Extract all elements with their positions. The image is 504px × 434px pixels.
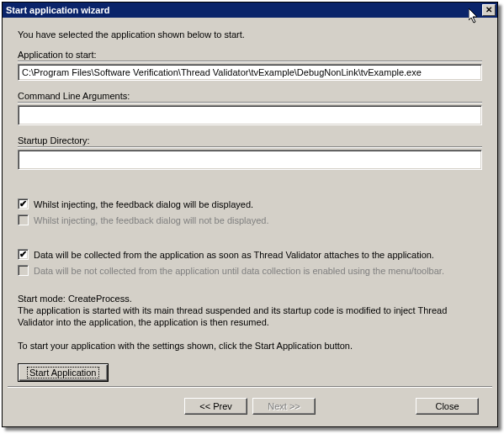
collect-deferred-row: Data will be not collected from the appl… <box>18 265 482 276</box>
content-area: You have selected the application shown … <box>3 18 497 392</box>
feedback-shown-label: Whilst injecting, the feedback dialog wi… <box>34 199 253 209</box>
nav-separator <box>8 386 492 388</box>
feedback-shown-checkbox[interactable]: ✔ <box>18 198 29 209</box>
check-icon: ✔ <box>19 250 27 259</box>
window-close-button[interactable]: ✕ <box>482 4 496 16</box>
startup-dir-input[interactable] <box>18 150 482 170</box>
collect-deferred-label: Data will be not collected from the appl… <box>34 266 444 276</box>
feedback-hidden-row: Whilst injecting, the feedback dialog wi… <box>18 214 482 225</box>
application-label: Application to start: <box>18 50 482 60</box>
intro-text: You have selected the application shown … <box>18 29 482 40</box>
close-icon: ✕ <box>485 6 492 14</box>
separator <box>18 146 482 148</box>
application-path-input[interactable] <box>18 64 482 81</box>
start-mode-text: Start mode: CreateProcess. The applicati… <box>18 293 482 328</box>
feedback-shown-row: ✔ Whilst injecting, the feedback dialog … <box>18 198 482 209</box>
close-button[interactable]: Close <box>416 398 479 415</box>
start-mode-line2: The application is started with its main… <box>18 305 447 327</box>
cmdline-input[interactable] <box>18 105 482 125</box>
separator <box>18 102 482 103</box>
separator <box>18 61 482 62</box>
wizard-window: Start application wizard ✕ You have sele… <box>2 2 498 427</box>
collect-immediate-checkbox[interactable]: ✔ <box>18 249 29 260</box>
startup-dir-label: Startup Directory: <box>18 135 482 146</box>
feedback-hidden-checkbox <box>18 214 29 225</box>
collect-immediate-label: Data will be collected from the applicat… <box>34 250 434 260</box>
check-icon: ✔ <box>19 199 27 209</box>
collect-deferred-checkbox <box>18 265 29 276</box>
prev-button[interactable]: << Prev <box>184 398 247 415</box>
start-mode-line1: Start mode: CreateProcess. <box>18 294 132 304</box>
start-application-button[interactable]: Start Application <box>18 363 109 382</box>
cmdline-label: Command Line Arguments: <box>18 91 482 101</box>
next-button: Next >> <box>252 398 316 415</box>
instruction-text: To start your application with the setti… <box>18 340 482 352</box>
window-title: Start application wizard <box>6 3 109 18</box>
titlebar: Start application wizard ✕ <box>3 3 497 18</box>
collect-immediate-row: ✔ Data will be collected from the applic… <box>18 249 482 260</box>
feedback-hidden-label: Whilst injecting, the feedback dialog wi… <box>34 215 268 225</box>
